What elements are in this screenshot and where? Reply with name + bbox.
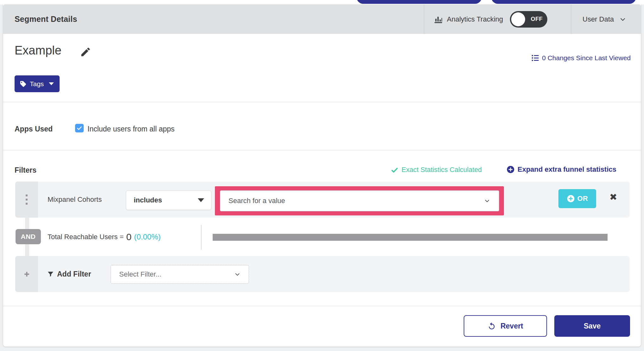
- select-filter-dropdown[interactable]: Select Filter...: [110, 265, 249, 284]
- changes-list-icon: [531, 54, 539, 62]
- segment-name: Example: [15, 44, 61, 57]
- analytics-tracking-toggle[interactable]: OFF: [510, 11, 547, 28]
- checkmark-icon: [391, 166, 398, 174]
- add-filter-label: Add Filter: [57, 270, 91, 278]
- expand-funnel-label: Expand extra funnel statistics: [518, 165, 616, 174]
- save-button[interactable]: Save: [554, 315, 630, 337]
- value-search-placeholder: Search for a value: [229, 197, 285, 205]
- include-all-apps-label: Include users from all apps: [87, 125, 175, 133]
- drag-handle-icon: [26, 195, 28, 205]
- toggle-knob: [511, 12, 525, 26]
- chevron-down-icon: [234, 271, 241, 278]
- exact-statistics-label: Exact Statistics Calculated: [402, 166, 482, 174]
- checkmark-icon: [76, 125, 82, 131]
- page-title: Segment Details: [15, 4, 77, 34]
- plus-circle-icon: [506, 165, 515, 174]
- plus-circle-icon: [567, 195, 575, 203]
- reachable-percent: (0.00%): [134, 233, 161, 241]
- top-cutoff-button-2[interactable]: [491, 0, 636, 4]
- total-reachable-users: Total Reachable Users = 0 (0.00%): [48, 218, 161, 256]
- exact-statistics-status: Exact Statistics Calculated: [391, 166, 482, 174]
- pencil-icon[interactable]: [80, 46, 91, 58]
- changes-since-last-viewed-link[interactable]: 0 Changes Since Last Viewed: [531, 54, 631, 62]
- segment-details-screen: Segment Details Analytics Tracking OFF U…: [0, 0, 644, 351]
- funnel-icon: [47, 271, 54, 278]
- footer-divider: [3, 306, 641, 306]
- header-divider: [424, 4, 424, 34]
- filter-attribute-label: Mixpanel Cohorts: [48, 182, 102, 218]
- changes-link-label: 0 Changes Since Last Viewed: [542, 54, 631, 62]
- section-divider: [3, 102, 641, 102]
- select-filter-placeholder: Select Filter...: [119, 270, 161, 278]
- plus-icon: [23, 271, 30, 278]
- toggle-state-label: OFF: [531, 11, 543, 28]
- tags-button[interactable]: Tags: [15, 75, 60, 92]
- drag-handle[interactable]: [15, 182, 38, 218]
- expand-funnel-statistics-link[interactable]: Expand extra funnel statistics: [506, 165, 616, 174]
- analytics-tracking-label: Analytics Tracking: [447, 15, 503, 23]
- value-search-select[interactable]: Search for a value: [220, 190, 499, 211]
- revert-button[interactable]: Revert: [464, 315, 547, 337]
- chevron-down-icon: [619, 16, 627, 23]
- revert-button-label: Revert: [500, 322, 523, 330]
- reachable-users-bar: [213, 234, 608, 241]
- tag-icon: [20, 80, 27, 87]
- revert-arrow-icon: [487, 322, 496, 330]
- caret-down-icon: [198, 198, 204, 202]
- add-filter-row: [15, 256, 630, 292]
- operator-value: includes: [134, 196, 162, 204]
- user-data-label: User Data: [583, 15, 614, 23]
- analytics-tracking-group: Analytics Tracking OFF: [434, 4, 547, 34]
- or-button-label: OR: [577, 195, 588, 203]
- include-all-apps-checkbox[interactable]: [75, 124, 84, 132]
- operator-select[interactable]: includes: [126, 190, 211, 210]
- and-badge: AND: [16, 229, 41, 244]
- reachable-value: 0: [126, 232, 132, 242]
- header-divider: [571, 4, 571, 34]
- bar-chart-icon: [434, 15, 443, 24]
- reachable-label: Total Reachable Users =: [48, 233, 124, 241]
- section-divider: [3, 150, 641, 150]
- add-filter-gutter[interactable]: [15, 256, 38, 292]
- vertical-divider: [201, 225, 202, 250]
- tags-button-label: Tags: [30, 80, 44, 88]
- chevron-down-icon: [484, 197, 491, 204]
- add-or-condition-button[interactable]: OR: [558, 189, 596, 208]
- caret-down-icon: [49, 82, 54, 85]
- user-data-dropdown[interactable]: User Data: [583, 4, 627, 34]
- remove-filter-icon[interactable]: ✖: [609, 193, 617, 202]
- apps-used-label: Apps Used: [15, 125, 53, 133]
- add-filter-button[interactable]: Add Filter: [47, 256, 91, 292]
- top-cutoff-button-1[interactable]: [357, 0, 482, 4]
- save-button-label: Save: [584, 322, 601, 330]
- filters-heading: Filters: [15, 166, 36, 175]
